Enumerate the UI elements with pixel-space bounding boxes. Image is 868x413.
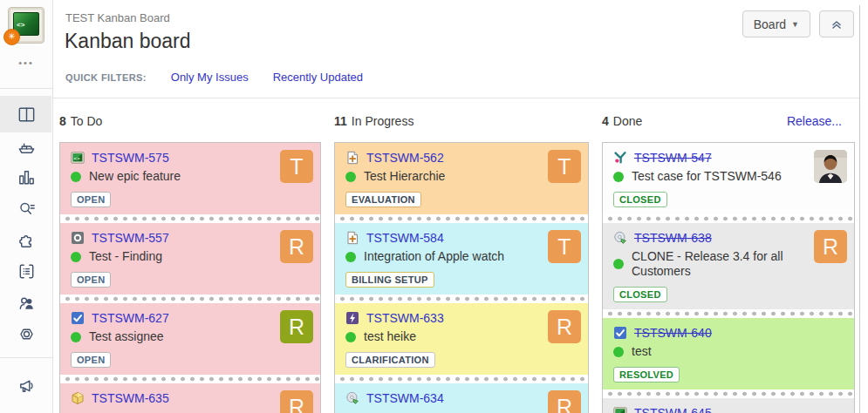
- finding-circle-icon: [71, 231, 85, 245]
- issue-key-link[interactable]: TSTSWM-634: [366, 391, 444, 405]
- board-columns-icon: [17, 105, 37, 125]
- sidebar-item-board-columns[interactable]: [0, 98, 52, 130]
- right-panel-rail[interactable]: [859, 5, 868, 413]
- board-menu-button[interactable]: Board ▼: [742, 10, 810, 37]
- status-badge: RESOLVED: [613, 367, 680, 383]
- sidebar-divider: [0, 88, 52, 89]
- collapse-header-button[interactable]: [819, 10, 854, 37]
- issue-card[interactable]: TSTSWM-562Test HierarchieEVALUATIONT: [335, 143, 588, 214]
- column-to-do: <>TSTSWM-575New epic featureOPENTTSTSWM-…: [59, 142, 321, 413]
- board-menu-label: Board: [754, 17, 786, 31]
- more-menu-icon[interactable]: •••: [0, 58, 52, 68]
- board-column-headers: Release... 8To Do11In Progress4Done: [59, 114, 842, 132]
- issue-key-link[interactable]: TSTSWM-575: [92, 151, 169, 165]
- avatar[interactable]: T: [548, 230, 581, 263]
- issue-key-link[interactable]: TSTSWM-557: [92, 231, 169, 245]
- issue-summary: Test assignee: [89, 329, 164, 344]
- issue-card[interactable]: TSTSWM-547Test case for TSTSWM-546CLOSED: [603, 143, 854, 214]
- issue-summary: test: [632, 344, 652, 359]
- avatar[interactable]: R: [548, 390, 581, 413]
- issue-card[interactable]: <>TSTSWM-645: [603, 398, 854, 413]
- card-key-row: TSTSWM-640: [613, 326, 844, 340]
- avatar[interactable]: [814, 150, 847, 183]
- status-badge: CLOSED: [613, 287, 667, 302]
- status-dot-icon: [345, 332, 356, 342]
- app-logo[interactable]: <> ✳: [8, 7, 44, 44]
- filter-recently-updated[interactable]: Recently Updated: [273, 71, 363, 84]
- avatar[interactable]: R: [280, 390, 313, 413]
- issue-card[interactable]: TSTSWM-638CLONE - Release 3.4 for all Cu…: [603, 223, 854, 309]
- issue-summary: New epic feature: [89, 169, 181, 184]
- issue-key-link[interactable]: TSTSWM-633: [366, 311, 444, 325]
- card-separator: [60, 214, 320, 223]
- issue-key-link[interactable]: TSTSWM-584: [366, 231, 444, 245]
- avatar[interactable]: R: [814, 230, 847, 263]
- backlog-list-icon: [17, 261, 37, 281]
- sidebar-item-search-issues[interactable]: [0, 193, 52, 224]
- card-summary-row: Test assignee: [71, 329, 310, 344]
- status-dot-icon: [71, 332, 81, 342]
- issue-key-link[interactable]: TSTSWM-635: [92, 391, 169, 405]
- card-separator: [60, 375, 320, 383]
- sidebar-item-releases-ship[interactable]: [0, 130, 52, 161]
- issue-card[interactable]: TSTSWM-640testRESOLVED: [603, 318, 854, 389]
- avatar[interactable]: R: [280, 310, 313, 343]
- card-summary-row: New epic feature: [71, 169, 310, 184]
- avatar[interactable]: T: [548, 150, 581, 183]
- issue-card[interactable]: <>TSTSWM-575New epic featureOPENT: [60, 143, 320, 214]
- issue-key-link[interactable]: TSTSWM-547: [634, 151, 712, 165]
- issue-card[interactable]: TSTSWM-627Test assigneeOPENR: [60, 303, 320, 375]
- assignee-photo: [814, 150, 847, 183]
- issue-card[interactable]: TSTSWM-633test heikeCLARIFICATIONR: [335, 303, 588, 375]
- quick-filters-bar: QUICK FILTERS: Only My Issues Recently U…: [65, 71, 363, 84]
- card-key-row: TSTSWM-547: [613, 151, 844, 165]
- status-dot-icon: [345, 172, 356, 182]
- card-status-row: OPEN: [71, 191, 310, 207]
- status-dot-icon: [613, 172, 624, 182]
- column-header: 11In Progress: [334, 114, 413, 128]
- status-badge: CLOSED: [613, 192, 667, 207]
- avatar[interactable]: R: [548, 310, 581, 343]
- issue-card[interactable]: TSTSWM-635R: [60, 383, 320, 413]
- column-header: 4Done: [602, 114, 642, 128]
- filter-only-my-issues[interactable]: Only My Issues: [171, 71, 249, 84]
- feedback-megaphone-icon: [17, 376, 37, 396]
- epic-terminal-icon: <>: [71, 151, 85, 165]
- people-icon: [17, 293, 37, 313]
- issue-key-link[interactable]: TSTSWM-640: [634, 326, 712, 340]
- header-divider: [52, 98, 868, 98]
- avatar[interactable]: R: [280, 230, 313, 263]
- status-badge: EVALUATION: [345, 192, 421, 207]
- addons-puzzle-icon: [17, 230, 37, 250]
- sidebar-item-people[interactable]: [0, 287, 52, 318]
- issue-card[interactable]: TSTSWM-584Integration of Apple watchBILL…: [335, 223, 588, 295]
- status-badge: BILLING SETUP: [345, 272, 434, 288]
- sidebar-item-backlog-list[interactable]: [0, 255, 52, 287]
- status-badge: CLARIFICATION: [345, 352, 435, 368]
- card-key-row: TSTSWM-562: [345, 151, 578, 165]
- status-badge: OPEN: [71, 352, 111, 368]
- issue-key-link[interactable]: TSTSWM-627: [92, 311, 169, 325]
- task-check-icon: [613, 326, 627, 340]
- column-done: TSTSWM-547Test case for TSTSWM-546CLOSED…: [602, 142, 855, 413]
- card-separator: [335, 295, 588, 303]
- breadcrumb[interactable]: TEST Kanban Board: [65, 11, 170, 24]
- column-name: To Do: [71, 114, 103, 128]
- issue-card[interactable]: TSTSWM-634R: [335, 383, 588, 413]
- card-separator: [60, 295, 320, 303]
- kanban-board: <>TSTSWM-575New epic featureOPENTTSTSWM-…: [59, 142, 855, 413]
- avatar[interactable]: T: [280, 150, 313, 183]
- sidebar-item-addons-puzzle[interactable]: [0, 224, 52, 255]
- issue-card[interactable]: TSTSWM-557Test - FindingOPENR: [60, 223, 320, 295]
- bolt-icon: [345, 311, 359, 325]
- card-status-row: EVALUATION: [345, 191, 578, 207]
- sidebar-item-settings-hexagon[interactable]: [0, 318, 52, 349]
- sidebar-item-feedback-megaphone[interactable]: [0, 369, 52, 401]
- sidebar-item-reports-chart[interactable]: [0, 161, 52, 193]
- issue-key-link[interactable]: TSTSWM-638: [634, 231, 712, 245]
- release-link[interactable]: Release...: [787, 114, 842, 128]
- card-separator: [603, 214, 854, 223]
- issue-key-link[interactable]: TSTSWM-562: [366, 151, 444, 165]
- issue-key-link[interactable]: TSTSWM-645: [634, 406, 712, 413]
- status-badge: OPEN: [71, 272, 111, 288]
